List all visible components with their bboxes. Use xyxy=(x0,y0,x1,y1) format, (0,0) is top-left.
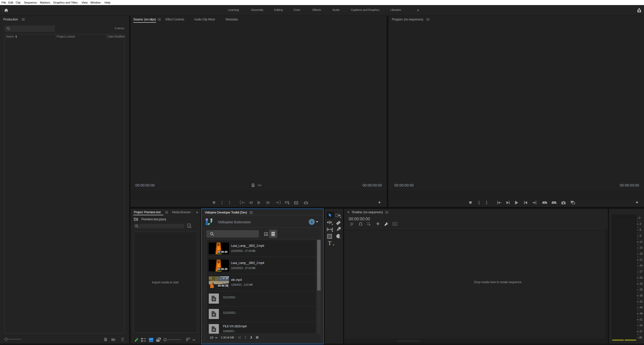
svg-text:CC: CC xyxy=(393,223,396,225)
